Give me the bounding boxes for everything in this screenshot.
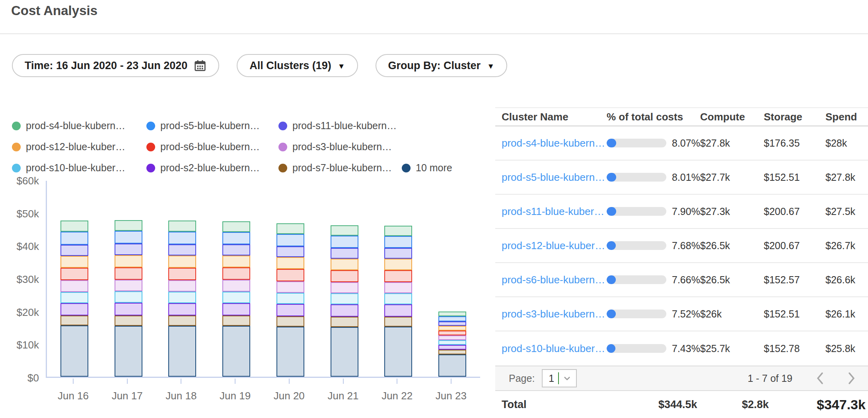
page-select[interactable]: 1 xyxy=(542,369,577,387)
bar-segment xyxy=(384,226,412,236)
storage-cell: $200.67 xyxy=(764,206,825,217)
bar-segment xyxy=(438,350,466,354)
cluster-link[interactable]: prod-s5-blue-kubern… xyxy=(502,171,605,183)
legend-color-dot xyxy=(278,164,287,172)
prev-page-button[interactable] xyxy=(815,372,824,385)
legend-color-dot xyxy=(146,143,155,151)
table-row: prod-s10-blue-kuber…7.43%$25.7k$152.78$2… xyxy=(495,331,868,366)
bar-segment xyxy=(115,303,142,315)
bar-segment xyxy=(115,280,142,291)
bar-segment xyxy=(276,304,304,316)
pct-total-costs-cell: 7.90% xyxy=(607,206,700,217)
bar-segment xyxy=(222,267,250,280)
bar-segment xyxy=(222,232,250,244)
bar-segment xyxy=(168,326,196,377)
cluster-name-cell: prod-s3-blue-kubern… xyxy=(502,308,607,320)
y-axis-label: $40k xyxy=(0,240,39,253)
chevron-left-icon xyxy=(815,372,824,385)
next-page-button[interactable] xyxy=(847,372,856,385)
storage-cell: $152.51 xyxy=(764,308,825,320)
table-row: prod-s3-blue-kubern…7.52%$26k$152.51$26.… xyxy=(495,297,868,331)
legend-label: prod-s10-blue-kuber… xyxy=(26,162,125,174)
pct-progress-bar xyxy=(607,344,666,353)
cluster-name-cell: prod-s12-blue-kuber… xyxy=(502,240,607,252)
table-row: prod-s4-blue-kubern…8.07%$27.8k$176.35$2… xyxy=(495,126,868,161)
pagination-range: 1 - 7 of 19 xyxy=(747,373,792,384)
legend-color-dot xyxy=(278,122,287,130)
header-divider xyxy=(0,33,868,34)
bar-jun-22 xyxy=(384,226,412,377)
legend-item: prod-s2-blue-kubern… xyxy=(146,160,278,176)
bar-segment xyxy=(384,259,412,270)
x-axis-tick xyxy=(181,379,181,384)
col-spend: Spend xyxy=(825,111,868,123)
pct-progress-fill xyxy=(607,241,616,250)
pct-total-costs-cell: 8.07% xyxy=(607,137,700,149)
chart-legend: prod-s4-blue-kubern…prod-s5-blue-kubern…… xyxy=(12,118,487,176)
caret-down-icon: ▼ xyxy=(487,62,494,70)
page-input-cursor xyxy=(558,372,559,384)
cluster-name-cell: prod-s11-blue-kuber… xyxy=(502,205,607,218)
bar-segment xyxy=(60,221,88,232)
x-axis-tick xyxy=(343,379,344,384)
bar-segment xyxy=(276,246,304,257)
bar-segment xyxy=(222,303,250,315)
spend-cell: $27.8k xyxy=(825,172,868,183)
bar-segment xyxy=(438,316,466,321)
bar-segment xyxy=(384,327,412,377)
bar-segment xyxy=(384,293,412,304)
legend-item: prod-s11-blue-kubern… xyxy=(278,118,402,134)
bar-segment xyxy=(331,317,358,327)
pct-value: 7.52% xyxy=(672,308,700,320)
bar-segment xyxy=(331,248,358,259)
bar-segment xyxy=(222,221,250,232)
pct-progress-fill xyxy=(607,344,615,353)
cluster-link[interactable]: prod-s4-blue-kubern… xyxy=(502,137,605,149)
col-pct-total-costs: % of total costs xyxy=(607,111,700,123)
y-axis-label: $30k xyxy=(0,273,39,286)
cluster-link[interactable]: prod-s3-blue-kubern… xyxy=(502,308,605,320)
cluster-link[interactable]: prod-s6-blue-kubern… xyxy=(502,274,605,286)
bar-segment xyxy=(115,267,142,280)
clusters-filter-label: All Clusters (19) xyxy=(249,60,331,72)
compute-cell: $27.7k xyxy=(700,172,764,183)
bar-segment xyxy=(276,293,304,304)
cost-bar-chart: $0$10k$20k$30k$40k$50k$60k Jun 16Jun 17J… xyxy=(0,175,491,418)
calendar-icon xyxy=(194,59,206,72)
legend-label: prod-s4-blue-kubern… xyxy=(26,120,125,132)
bar-segment xyxy=(168,315,196,326)
legend-color-dot xyxy=(12,122,21,130)
legend-item: prod-s5-blue-kubern… xyxy=(146,118,278,134)
group-by-dropdown[interactable]: Group By: Cluster ▼ xyxy=(376,54,507,77)
cluster-link[interactable]: prod-s12-blue-kuber… xyxy=(502,240,605,252)
legend-label: prod-s5-blue-kubern… xyxy=(160,120,260,132)
bar-segment xyxy=(60,280,88,292)
legend-color-dot xyxy=(12,143,21,151)
legend-label: 10 more xyxy=(416,162,452,174)
clusters-filter-dropdown[interactable]: All Clusters (19) ▼ xyxy=(237,54,358,77)
bar-segment xyxy=(168,268,196,280)
legend-label: prod-s2-blue-kubern… xyxy=(160,162,260,174)
compute-cell: $27.3k xyxy=(700,206,764,217)
pct-value: 7.90% xyxy=(672,206,700,217)
bar-segment xyxy=(60,292,88,303)
bar-segment xyxy=(60,268,88,280)
legend-label: prod-s6-blue-kubern… xyxy=(160,141,260,153)
cost-analysis-page: Cost Analysis Time: 16 Jun 2020 - 23 Jun… xyxy=(0,0,868,418)
cluster-name-cell: prod-s4-blue-kubern… xyxy=(502,137,607,149)
bar-jun-17 xyxy=(115,220,142,377)
y-axis-label: $0 xyxy=(0,372,39,384)
bar-segment xyxy=(276,257,304,269)
cluster-link[interactable]: prod-s11-blue-kuber… xyxy=(502,205,604,217)
cost-table: Cluster Name % of total costs Compute St… xyxy=(495,107,868,418)
cluster-name-cell: prod-s10-blue-kuber… xyxy=(502,343,607,355)
bar-segment xyxy=(60,232,88,245)
cluster-link[interactable]: prod-s10-blue-kuber… xyxy=(502,343,605,354)
pct-progress-bar xyxy=(607,173,666,182)
x-axis-tick xyxy=(289,379,290,384)
x-axis-tick xyxy=(73,379,74,384)
bar-segment xyxy=(60,315,88,325)
bar-jun-21 xyxy=(331,225,358,377)
time-range-filter[interactable]: Time: 16 Jun 2020 - 23 Jun 2020 xyxy=(12,54,219,77)
table-row: prod-s11-blue-kuber…7.90%$27.3k$200.67$2… xyxy=(495,195,868,229)
